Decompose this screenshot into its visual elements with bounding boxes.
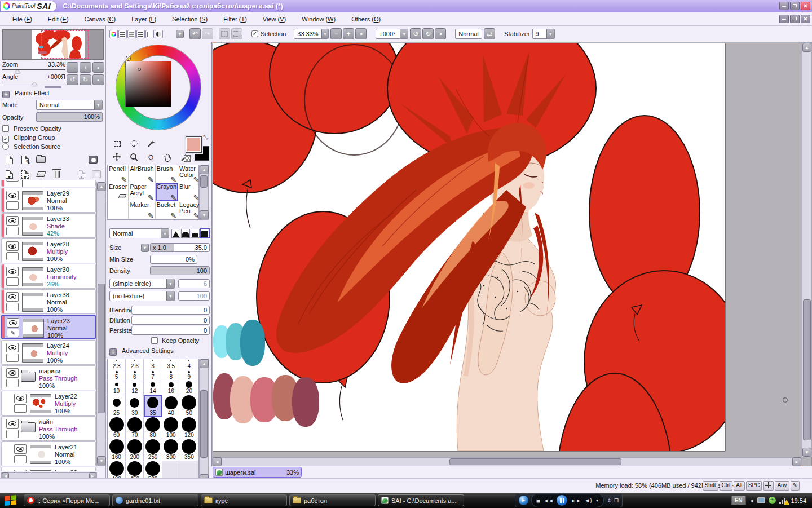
panel-divider[interactable]: [0, 85, 106, 89]
layer-visibility[interactable]: [6, 368, 19, 387]
nav-angle-reset-button[interactable]: ▪: [92, 74, 104, 85]
brush-size-16[interactable]: 16: [162, 381, 180, 395]
media-player-icon[interactable]: ►: [519, 496, 528, 505]
brush-edge-hard-button[interactable]: [171, 229, 180, 238]
language-indicator[interactable]: EN: [731, 496, 746, 505]
color-wheel-toggle[interactable]: [109, 30, 118, 38]
brush-shape-dropdown-icon[interactable]: ▼: [166, 279, 174, 288]
layers-scroll-down-button[interactable]: ▼: [97, 456, 106, 465]
eye-icon[interactable]: [6, 368, 19, 378]
swap-colors-icon[interactable]: ⤡: [203, 134, 208, 141]
brush-size-300[interactable]: 300: [162, 439, 180, 461]
layers-vertical-scrollbar[interactable]: ▲ ▼: [96, 182, 106, 466]
tools-scroll-down-button[interactable]: ▼: [200, 210, 209, 219]
rotate-view-tool[interactable]: Ω: [143, 151, 158, 164]
paints-effect-header[interactable]: + Paints Effect: [2, 90, 50, 98]
hue-marker[interactable]: [126, 56, 130, 60]
layer-checkbox[interactable]: [6, 354, 19, 362]
menu-file[interactable]: File (F): [5, 14, 40, 25]
sizes-scroll-thumb[interactable]: [200, 390, 208, 458]
canvas-vertical-scrollbar[interactable]: ▲ ▼: [802, 42, 812, 457]
minimize-button[interactable]: [779, 2, 789, 10]
layers-scroll-thumb[interactable]: [98, 284, 105, 413]
pan-mode-indicator[interactable]: [763, 481, 774, 491]
brush-size-200[interactable]: 200: [126, 439, 144, 461]
sizes-scrollbar[interactable]: ▲ ▼: [199, 359, 209, 484]
lasso-tool[interactable]: [126, 138, 142, 150]
selection-checkbox[interactable]: ✓: [251, 30, 258, 37]
brush-size-14[interactable]: 14: [144, 381, 162, 395]
layer-visibility[interactable]: [14, 444, 27, 463]
tray-collapse-icon[interactable]: ◄: [749, 498, 754, 503]
clipping-group-checkbox[interactable]: ✓: [2, 136, 9, 143]
menu-others[interactable]: Others (O): [343, 14, 389, 25]
saturation-value-square[interactable]: [126, 61, 171, 107]
brush-size-35[interactable]: 35: [144, 395, 162, 417]
previous-button[interactable]: ◄◄: [544, 498, 554, 503]
tool-paper-acryl[interactable]: Paper Acryl✎: [129, 183, 155, 201]
mdi-restore-button[interactable]: [790, 15, 800, 23]
size-field[interactable]: x 1.0 35.0: [150, 243, 210, 252]
taskbar-item-sai[interactable]: SAI - C:\Documents a...: [378, 494, 464, 506]
canvas-scroll-left-button[interactable]: ◄: [213, 457, 222, 466]
tool-bucket[interactable]: Bucket✎: [156, 201, 178, 219]
redo-button[interactable]: ↷: [202, 28, 213, 39]
minsize-field[interactable]: 0%: [150, 255, 197, 264]
eye-icon[interactable]: [7, 318, 19, 328]
angle-combo[interactable]: +000° ▼: [376, 29, 408, 39]
brush-texture-strength-field[interactable]: 100: [178, 291, 210, 301]
brush-size-80[interactable]: 80: [144, 417, 162, 439]
brush-texture-dropdown-icon[interactable]: ▼: [166, 291, 174, 301]
brush-size-7[interactable]: 7: [144, 370, 162, 382]
brush-mode-dropdown[interactable]: Normal ▼: [109, 228, 169, 238]
brush-shape-dropdown[interactable]: (simple circle) ▼: [109, 279, 175, 289]
tool-eraser[interactable]: Eraser: [108, 183, 129, 201]
eye-icon[interactable]: [14, 444, 27, 454]
rotate-cw-button[interactable]: ↻: [422, 28, 434, 39]
eye-icon[interactable]: [6, 216, 19, 226]
layer-row-Layer24[interactable]: Layer24Multiply100%: [1, 340, 96, 365]
layer-checkbox[interactable]: [14, 404, 27, 413]
transparent-color-button[interactable]: [184, 155, 191, 162]
swatches-toggle[interactable]: [145, 30, 154, 38]
toolbar-overflow-dropdown[interactable]: ▼: [176, 30, 184, 38]
brush-edge-round-button[interactable]: [181, 229, 190, 238]
tool-water-color[interactable]: Water Color✎: [178, 165, 201, 183]
layer-visibility[interactable]: ✎: [7, 318, 19, 337]
menu-window[interactable]: Window (W): [294, 14, 343, 25]
network-tray-icon[interactable]: [779, 497, 787, 504]
sv-marker[interactable]: [138, 68, 141, 71]
tool-blur[interactable]: Blur✎: [178, 183, 201, 201]
brush-texture-dropdown[interactable]: (no texture) ▼: [109, 291, 175, 301]
stabilizer-combo[interactable]: 9 ▼: [532, 29, 555, 39]
stop-button[interactable]: ■: [536, 497, 540, 504]
flip-horizontal-button[interactable]: ⇄: [484, 28, 495, 39]
eye-icon[interactable]: [6, 267, 19, 276]
layer-row-Layer29[interactable]: Layer29Normal100%: [1, 188, 96, 213]
layer-visibility[interactable]: [14, 394, 27, 413]
brush-size-350[interactable]: 350: [180, 439, 198, 461]
key-indicator-shift[interactable]: Shift: [703, 481, 718, 491]
nav-rotate-cw-button[interactable]: ↻: [80, 74, 91, 85]
tools-scrollbar[interactable]: ▲ ▼: [199, 165, 209, 220]
layer-mode-dropdown-icon[interactable]: ▼: [94, 100, 102, 109]
dilution-field[interactable]: 0: [131, 316, 210, 325]
selection-source-row[interactable]: Selection Source: [2, 143, 60, 151]
keep-opacity-row[interactable]: Keep Opacity: [151, 337, 199, 345]
brush-size-5[interactable]: 5: [108, 370, 126, 382]
scratchpad-toggle[interactable]: [155, 30, 163, 38]
nav-zoom-in-button[interactable]: +: [80, 62, 91, 73]
brush-edge-soft-button[interactable]: [191, 229, 200, 238]
tools-scroll-thumb[interactable]: [200, 175, 208, 188]
menu-view[interactable]: View (V): [255, 14, 294, 25]
layer-checkbox[interactable]: [6, 201, 19, 210]
paints-effect-expand-icon[interactable]: +: [2, 91, 10, 98]
angle-dropdown-icon[interactable]: ▼: [400, 29, 408, 38]
brush-size-2.6[interactable]: 2.6: [126, 359, 144, 370]
new-folder-button[interactable]: [34, 153, 48, 166]
transfer-down-button[interactable]: [2, 168, 16, 180]
canvas-horizontal-scrollbar[interactable]: ◄ ►: [212, 457, 802, 466]
undo-button[interactable]: ↶: [189, 28, 201, 39]
brush-size-25[interactable]: 25: [108, 395, 126, 417]
taskbar-item-doc[interactable]: gardne01.txt: [112, 494, 198, 506]
